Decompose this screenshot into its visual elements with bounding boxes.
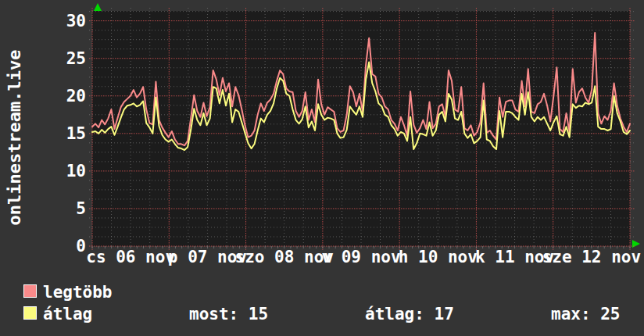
- legend-swatch-legtobb: [23, 284, 37, 298]
- y-tick-label: 20: [0, 87, 86, 105]
- stat-atlag: átlag: 17: [365, 305, 454, 323]
- legend-swatch-atlag: [23, 306, 37, 320]
- x-tick-label: szo 08 nov: [234, 248, 333, 266]
- stat-max: max: 25: [551, 305, 621, 323]
- x-tick-label: h 10 nov: [399, 248, 478, 266]
- legend-label-atlag: átlag: [43, 305, 92, 323]
- x-tick-label: sze 12 nov: [542, 248, 641, 266]
- y-tick-label: 10: [0, 162, 86, 181]
- y-tick-label: 30: [0, 12, 86, 30]
- rrd-graph: onlinestream.live 051015202530 cs 06 nov…: [0, 0, 644, 336]
- y-tick-label: 25: [0, 49, 86, 68]
- plot-area: [92, 11, 630, 246]
- y-tick-label: 5: [0, 199, 86, 218]
- x-tick-label: cs 06 nov: [86, 248, 175, 266]
- stat-most: most: 15: [189, 305, 268, 323]
- y-tick-label: 0: [0, 237, 86, 256]
- y-axis-arrow-icon: [94, 3, 102, 11]
- x-tick-label: v 09 nov: [321, 248, 400, 266]
- legend-label-legtobb: legtöbb: [43, 283, 113, 302]
- y-tick-label: 15: [0, 124, 86, 143]
- chart-svg: [92, 11, 630, 252]
